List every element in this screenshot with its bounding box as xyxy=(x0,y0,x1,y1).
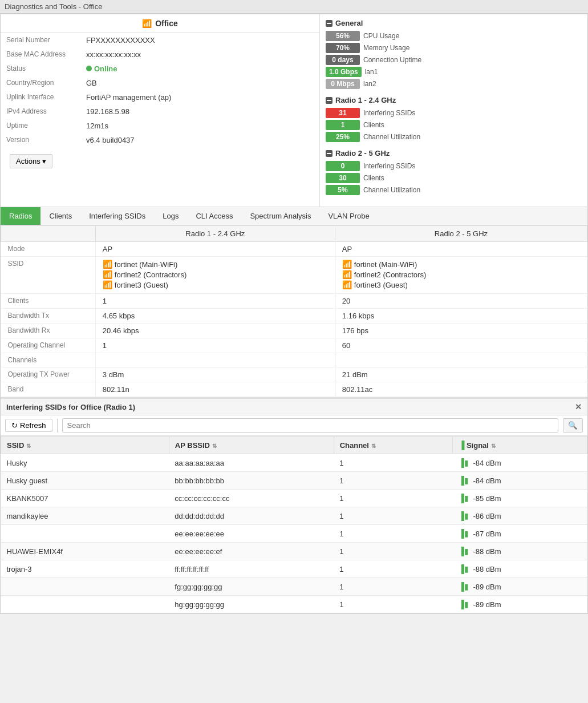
title-bar: Diagnostics and Tools - Office xyxy=(0,0,588,14)
ssid-cell: KBANK5007 xyxy=(1,490,169,507)
search-input[interactable] xyxy=(62,418,558,433)
stat-row: 31 Interfering SSIDs xyxy=(326,108,582,118)
ssid-icon: 📶 xyxy=(103,260,112,269)
radio1-value: 802.11n xyxy=(95,382,335,397)
radio1-value: AP xyxy=(95,242,335,257)
ssid-cell: HUAWEI-EMIX4f xyxy=(1,543,169,560)
ssid-cell: mandikaylee xyxy=(1,507,169,525)
channel-cell: 1 xyxy=(334,507,453,525)
bssid-sort-icon[interactable]: ⇅ xyxy=(212,443,217,449)
bssid-cell: ee:ee:ee:ee:ee xyxy=(169,525,334,543)
radio-row-label: SSID xyxy=(1,257,96,294)
radio1-value: 20.46 kbps xyxy=(95,324,335,338)
signal-cell: ▐▮ -86 dBm xyxy=(453,507,587,525)
status-text: Online xyxy=(94,64,117,73)
info-row: StatusOnline xyxy=(1,62,319,76)
stat-row: 25% Channel Utilization xyxy=(326,132,582,142)
ssid-sort-icon[interactable]: ⇅ xyxy=(26,443,31,449)
ap-name: Office xyxy=(155,19,178,28)
stat-badge: 1 xyxy=(326,120,360,130)
refresh-icon: ↻ xyxy=(11,421,18,430)
radio1-value: 📶fortinet (Main-WiFi)📶fortinet2 (Contrac… xyxy=(95,257,335,294)
ssid-item: 📶fortinet (Main-WiFi) xyxy=(342,260,581,269)
radio2-value: 📶fortinet (Main-WiFi)📶fortinet2 (Contrac… xyxy=(335,257,587,294)
table-row: trojan-3 ff:ff:ff:ff:ff:ff 1 ▐▮ -88 dBm xyxy=(1,560,587,578)
channel-cell: 1 xyxy=(334,543,453,560)
refresh-label: Refresh xyxy=(20,421,46,430)
info-row: Serial NumberFPXXXXXXXXXXXX xyxy=(1,33,319,47)
bssid-cell: cc:cc:cc:cc:cc:cc xyxy=(169,490,334,507)
ssid-item: 📶fortinet2 (Contractors) xyxy=(103,270,328,279)
ssid-item: 📶fortinet3 (Guest) xyxy=(103,280,328,289)
stat-label: Connection Uptime xyxy=(363,56,421,64)
radio2-value: 20 xyxy=(335,294,587,309)
radio1-collapse-icon[interactable] xyxy=(326,97,332,104)
info-row: Base MAC Addressxx:xx:xx:xx:xx:xx xyxy=(1,47,319,62)
tab-vlan-probe[interactable]: VLAN Probe xyxy=(319,207,378,225)
stat-badge: 25% xyxy=(326,132,360,142)
ssid-name: fortinet3 (Guest) xyxy=(354,281,408,289)
tab-logs[interactable]: Logs xyxy=(154,207,187,225)
tab-radios[interactable]: Radios xyxy=(1,207,40,225)
info-value: xx:xx:xx:xx:xx:xx xyxy=(80,47,319,62)
info-row: Uptime12m1s xyxy=(1,119,319,133)
table-row: Husky guest bb:bb:bb:bb:bb 1 ▐▮ -84 dBm xyxy=(1,472,587,490)
ssid-name: fortinet2 (Contractors) xyxy=(354,270,426,279)
radio-row-label: Clients xyxy=(1,294,96,309)
radio2-value: 1.16 kbps xyxy=(335,309,587,324)
title-text: Diagnostics and Tools - Office xyxy=(5,2,103,11)
toolbar-divider xyxy=(57,419,58,433)
radio-table-section: Radio 1 - 2.4 GHz Radio 2 - 5 GHz ModeAP… xyxy=(1,225,587,398)
ssids-table: SSID ⇅ AP BSSID ⇅ Channel ⇅ ▐ Signal ⇅ H… xyxy=(1,436,587,613)
radio-table-row: ModeAPAP xyxy=(1,242,587,257)
tab-cli-access[interactable]: CLI Access xyxy=(187,207,241,225)
info-value: Online xyxy=(80,62,319,76)
radio2-value: 176 bps xyxy=(335,324,587,338)
tab-clients[interactable]: Clients xyxy=(40,207,80,225)
refresh-button[interactable]: ↻ Refresh xyxy=(5,419,52,432)
table-row: HUAWEI-EMIX4f ee:ee:ee:ee:ef 1 ▐▮ -88 dB… xyxy=(1,543,587,560)
ssid-cell: Husky xyxy=(1,454,169,472)
radio2-title: Radio 2 - 5 GHz xyxy=(326,149,582,157)
general-collapse-icon[interactable] xyxy=(326,20,332,27)
tab-interfering-ssids[interactable]: Interfering SSIDs xyxy=(80,207,154,225)
info-label: Version xyxy=(1,133,80,147)
ssid-icon: 📶 xyxy=(103,280,112,289)
signal-bar-icon: ▐▮ xyxy=(459,476,469,485)
signal-cell: ▐▮ -88 dBm xyxy=(453,560,587,578)
table-row: hg:gg:gg:gg:gg 1 ▐▮ -89 dBm xyxy=(1,596,587,613)
bssid-cell: fg:gg:gg:gg:gg xyxy=(169,578,334,596)
signal-bar-icon: ▐▮ xyxy=(459,494,469,503)
bssid-cell: ff:ff:ff:ff:ff:ff xyxy=(169,560,334,578)
channel-sort-icon[interactable]: ⇅ xyxy=(371,443,376,449)
info-label: Status xyxy=(1,62,80,76)
close-button[interactable]: ✕ xyxy=(575,402,582,411)
signal-bar-icon: ▐▮ xyxy=(459,564,469,573)
info-label: Uplink Interface xyxy=(1,90,80,104)
search-button[interactable]: 🔍 xyxy=(563,418,583,433)
signal-sort-icon[interactable]: ⇅ xyxy=(491,443,496,449)
interfering-toolbar: ↻ Refresh 🔍 xyxy=(1,415,587,436)
stat-badge: 56% xyxy=(326,31,360,41)
ssids-table-body: Husky aa:aa:aa:aa:aa 1 ▐▮ -84 dBm Husky … xyxy=(1,454,587,613)
general-items: 56% CPU Usage 70% Memory Usage 0 days Co… xyxy=(326,31,582,89)
actions-button[interactable]: Actions ▾ xyxy=(10,154,52,168)
radio2-collapse-icon[interactable] xyxy=(326,150,332,157)
stat-row: 0 Mbps lan2 xyxy=(326,79,582,89)
radio1-value: 4.65 kbps xyxy=(95,309,335,324)
tab-spectrum-analysis[interactable]: Spectrum Analysis xyxy=(241,207,319,225)
stat-row: 1.0 Gbps lan1 xyxy=(326,67,582,77)
radio1-value: 1 xyxy=(95,338,335,353)
radio-row-label: Operating Channel xyxy=(1,338,96,353)
radio-row-label: Mode xyxy=(1,242,96,257)
radio1-value xyxy=(95,353,335,367)
stat-badge: 0 xyxy=(326,161,360,171)
stat-row: 0 days Connection Uptime xyxy=(326,55,582,65)
stat-label: lan2 xyxy=(363,80,376,88)
search-icon: 🔍 xyxy=(568,421,578,430)
table-row: fg:gg:gg:gg:gg 1 ▐▮ -89 dBm xyxy=(1,578,587,596)
info-value: 192.168.5.98 xyxy=(80,104,319,119)
radio1-title: Radio 1 - 2.4 GHz xyxy=(326,96,582,104)
radio-table-row: Bandwidth Rx20.46 kbps176 bps xyxy=(1,324,587,338)
stat-label: lan1 xyxy=(365,68,378,76)
